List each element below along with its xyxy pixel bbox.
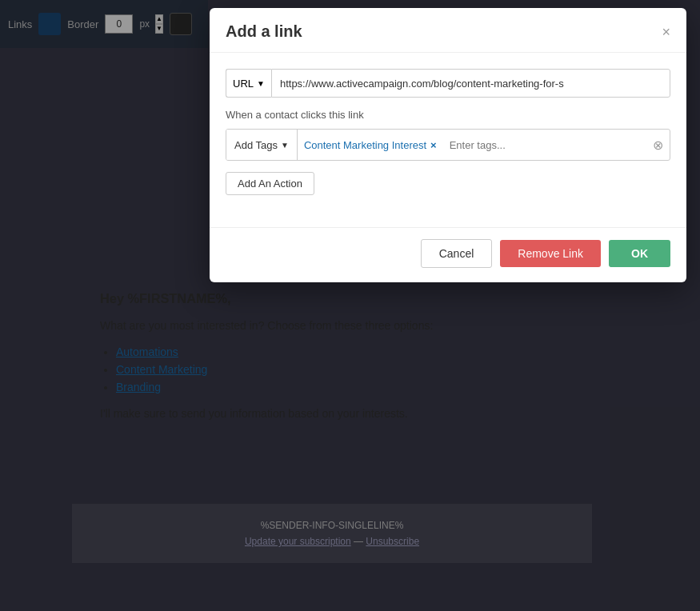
url-type-dropdown-icon: ▼ — [257, 79, 265, 88]
url-type-label: URL — [233, 78, 254, 90]
when-contact-label: When a contact clicks this link — [226, 109, 670, 121]
tags-row: Add Tags ▼ Content Marketing Interest × … — [226, 129, 670, 161]
add-tags-arrow-icon: ▼ — [281, 141, 289, 150]
tags-clear-icon: ⊗ — [653, 138, 663, 153]
tag-chip-label: Content Marketing Interest — [304, 139, 426, 151]
cancel-button[interactable]: Cancel — [421, 239, 493, 268]
modal-body: URL ▼ When a contact clicks this link Ad… — [210, 53, 686, 227]
modal-title: Add a link — [226, 22, 302, 41]
remove-link-button[interactable]: Remove Link — [500, 240, 601, 267]
tag-chip-remove-icon[interactable]: × — [430, 139, 437, 151]
modal-footer: Cancel Remove Link OK — [210, 227, 686, 282]
modal-header: Add a link × — [210, 8, 686, 53]
add-action-button[interactable]: Add An Action — [226, 172, 314, 195]
url-input-field[interactable] — [271, 69, 670, 98]
tags-clear-button[interactable]: ⊗ — [646, 130, 670, 160]
modal-close-button[interactable]: × — [662, 25, 670, 39]
url-type-dropdown[interactable]: URL ▼ — [226, 69, 271, 98]
url-row: URL ▼ — [226, 69, 670, 98]
tags-search-input[interactable] — [443, 130, 646, 160]
add-link-modal: Add a link × URL ▼ When a contact clicks… — [210, 8, 686, 282]
ok-button[interactable]: OK — [609, 240, 670, 267]
add-tags-label: Add Tags — [234, 139, 278, 151]
tag-chip-content-marketing: Content Marketing Interest × — [298, 130, 443, 160]
add-tags-dropdown[interactable]: Add Tags ▼ — [226, 130, 298, 160]
